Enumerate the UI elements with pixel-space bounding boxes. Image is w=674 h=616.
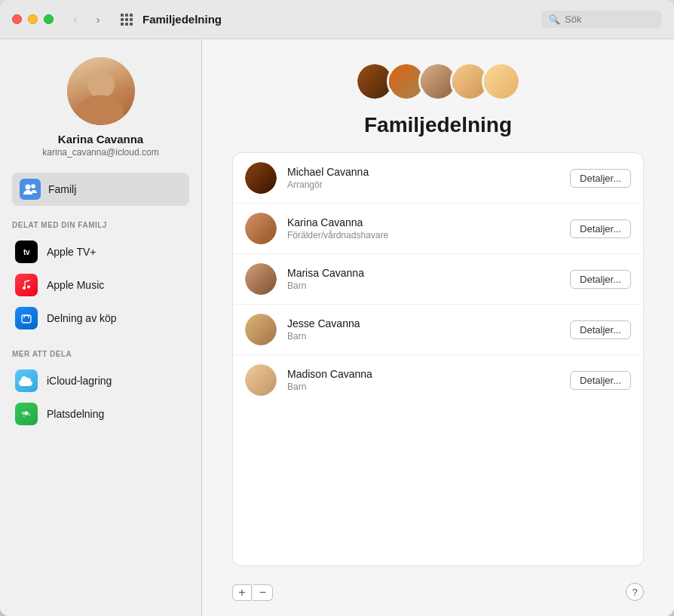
shared-items: tv Apple TV+ Apple Music xyxy=(12,235,189,335)
svg-rect-4 xyxy=(22,315,31,323)
sidebar-label-applemusic: Apple Music xyxy=(47,279,104,291)
svg-point-5 xyxy=(25,412,29,415)
sidebar-item-applemusic[interactable]: Apple Music xyxy=(12,268,189,302)
member-avatar-marisa xyxy=(245,263,277,295)
member-name-3: Jesse Cavanna xyxy=(287,317,570,329)
traffic-lights xyxy=(12,14,54,24)
member-role-2: Barn xyxy=(287,280,570,291)
member-role-0: Arrangör xyxy=(287,179,570,190)
bottom-controls: + − xyxy=(232,584,273,601)
profile-email: karina_cavanna@icloud.com xyxy=(42,147,158,158)
grid-icon xyxy=(121,14,133,26)
minimize-button[interactable] xyxy=(28,14,38,24)
search-bar[interactable]: 🔍 xyxy=(541,11,662,28)
help-button[interactable]: ? xyxy=(626,583,644,601)
sidebar-label-location: Platsdelning xyxy=(47,408,104,420)
member-name-0: Michael Cavanna xyxy=(287,166,570,178)
details-button-2[interactable]: Detaljer... xyxy=(570,270,631,289)
member-info: Michael Cavanna Arrangör xyxy=(287,166,570,190)
sidebar-label-appletv: Apple TV+ xyxy=(47,246,97,258)
forward-button[interactable]: › xyxy=(88,12,108,27)
family-avatar-5 xyxy=(482,62,521,101)
sidebar-family-label: Familj xyxy=(48,183,76,195)
more-items: iCloud-lagring Platsdelning xyxy=(12,364,189,431)
family-avatars xyxy=(232,62,644,101)
profile-section: Karina Cavanna karina_cavanna@icloud.com xyxy=(12,57,189,158)
member-role-4: Barn xyxy=(287,382,570,392)
window-title: Familjedelning xyxy=(142,13,541,26)
svg-point-7 xyxy=(29,414,31,416)
member-row: Michael Cavanna Arrangör Detaljer... xyxy=(233,153,643,204)
sidebar-label-purchases: Delning av köp xyxy=(47,312,117,324)
search-input[interactable] xyxy=(565,14,654,25)
location-icon xyxy=(15,403,38,425)
main-content: Karina Cavanna karina_cavanna@icloud.com… xyxy=(0,39,674,616)
member-name-2: Marisa Cavanna xyxy=(287,267,570,279)
svg-point-0 xyxy=(26,185,31,190)
right-panel: Familjedelning Michael Cavanna Arrangör … xyxy=(202,39,674,616)
purchases-icon xyxy=(15,307,38,329)
svg-point-2 xyxy=(23,287,26,290)
sidebar: Karina Cavanna karina_cavanna@icloud.com… xyxy=(0,39,202,616)
svg-point-1 xyxy=(31,184,35,188)
member-avatar-jesse xyxy=(245,314,277,345)
details-button-0[interactable]: Detaljer... xyxy=(570,169,631,188)
sidebar-item-location[interactable]: Platsdelning xyxy=(12,397,189,431)
members-list: Michael Cavanna Arrangör Detaljer... Kar… xyxy=(232,152,644,566)
appletv-icon: tv xyxy=(15,241,38,263)
shared-section-header: DELAT MED DIN FAMILJ xyxy=(12,221,189,229)
details-button-4[interactable]: Detaljer... xyxy=(570,371,631,390)
member-row: Madison Cavanna Barn Detaljer... xyxy=(233,355,643,405)
add-member-button[interactable]: + xyxy=(232,584,252,601)
nav-buttons: ‹ › xyxy=(66,12,108,27)
member-role-1: Förälder/vårdnadshavare xyxy=(287,230,570,241)
sidebar-item-family[interactable]: Familj xyxy=(12,173,189,206)
member-name-4: Madison Cavanna xyxy=(287,368,570,380)
sidebar-item-icloud[interactable]: iCloud-lagring xyxy=(12,364,189,397)
svg-point-8 xyxy=(23,415,25,417)
member-name-1: Karina Cavanna xyxy=(287,216,570,228)
icloud-icon xyxy=(15,369,38,392)
avatar-image xyxy=(67,57,135,125)
avatar xyxy=(67,57,135,125)
details-button-1[interactable]: Detaljer... xyxy=(570,219,631,238)
back-button[interactable]: ‹ xyxy=(66,12,85,27)
svg-point-6 xyxy=(22,412,25,415)
sidebar-item-purchases[interactable]: Delning av köp xyxy=(12,302,189,335)
member-row: Karina Cavanna Förälder/vårdnadshavare D… xyxy=(233,204,643,254)
applemusic-icon xyxy=(15,274,38,296)
more-section-header: MER ATT DELA xyxy=(12,350,189,358)
grid-button[interactable] xyxy=(117,12,136,27)
svg-point-3 xyxy=(27,286,30,289)
page-title: Familjedelning xyxy=(232,113,644,137)
bottom-row: + − ? xyxy=(232,575,644,601)
details-button-3[interactable]: Detaljer... xyxy=(570,320,631,339)
maximize-button[interactable] xyxy=(44,14,54,24)
app-window: ‹ › Familjedelning 🔍 Karina Cavanna k xyxy=(0,0,674,616)
member-info: Karina Cavanna Förälder/vårdnadshavare xyxy=(287,216,570,241)
sidebar-item-appletv[interactable]: tv Apple TV+ xyxy=(12,235,189,268)
member-avatar-michael xyxy=(245,162,277,194)
profile-name: Karina Cavanna xyxy=(58,133,143,146)
member-info: Marisa Cavanna Barn xyxy=(287,267,570,291)
member-row: Marisa Cavanna Barn Detaljer... xyxy=(233,254,643,305)
close-button[interactable] xyxy=(12,14,22,24)
family-icon xyxy=(20,179,41,200)
titlebar: ‹ › Familjedelning 🔍 xyxy=(0,0,674,39)
member-avatar-karina xyxy=(245,213,277,244)
member-info: Jesse Cavanna Barn xyxy=(287,317,570,342)
member-row: Jesse Cavanna Barn Detaljer... xyxy=(233,305,643,355)
member-role-3: Barn xyxy=(287,331,570,342)
remove-member-button[interactable]: − xyxy=(253,584,273,601)
search-icon: 🔍 xyxy=(549,14,560,25)
member-avatar-madison xyxy=(245,364,277,396)
member-info: Madison Cavanna Barn xyxy=(287,368,570,392)
sidebar-label-icloud: iCloud-lagring xyxy=(47,375,112,387)
